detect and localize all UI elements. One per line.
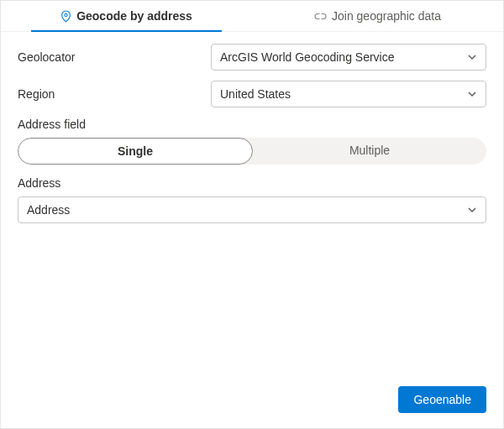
pin-icon: [60, 10, 71, 23]
select-address[interactable]: Address: [18, 196, 486, 223]
select-value: United States: [220, 87, 291, 101]
select-region[interactable]: United States: [211, 81, 486, 107]
label-address: Address: [18, 176, 486, 190]
label-region: Region: [18, 87, 211, 101]
tab-label: Join geographic data: [332, 9, 441, 23]
tab-label: Geocode by address: [76, 9, 192, 23]
svg-point-0: [65, 13, 67, 16]
chevron-down-icon: [467, 52, 477, 62]
segmented-address-mode: Single Multiple: [18, 138, 486, 165]
geoenable-button[interactable]: Geoenable: [398, 386, 486, 413]
link-icon: [314, 11, 327, 22]
row-geolocator: Geolocator ArcGIS World Geocoding Servic…: [18, 44, 486, 71]
form-body: Geolocator ArcGIS World Geocoding Servic…: [1, 32, 503, 223]
label-geolocator: Geolocator: [18, 50, 211, 64]
tab-join-geographic-data[interactable]: Join geographic data: [252, 1, 503, 31]
chevron-down-icon: [467, 89, 477, 99]
footer: Geoenable: [398, 386, 486, 413]
seg-label: Multiple: [349, 144, 390, 157]
chevron-down-icon: [467, 205, 477, 215]
label-address-field: Address field: [18, 118, 486, 131]
seg-single[interactable]: Single: [18, 138, 253, 165]
seg-multiple[interactable]: Multiple: [253, 138, 486, 165]
seg-label: Single: [118, 144, 153, 158]
tab-geocode-by-address[interactable]: Geocode by address: [1, 1, 252, 31]
row-region: Region United States: [18, 81, 486, 107]
select-geolocator[interactable]: ArcGIS World Geocoding Service: [211, 44, 486, 71]
select-value: ArcGIS World Geocoding Service: [220, 50, 395, 64]
tab-strip: Geocode by address Join geographic data: [1, 1, 503, 32]
select-value: Address: [27, 203, 70, 217]
